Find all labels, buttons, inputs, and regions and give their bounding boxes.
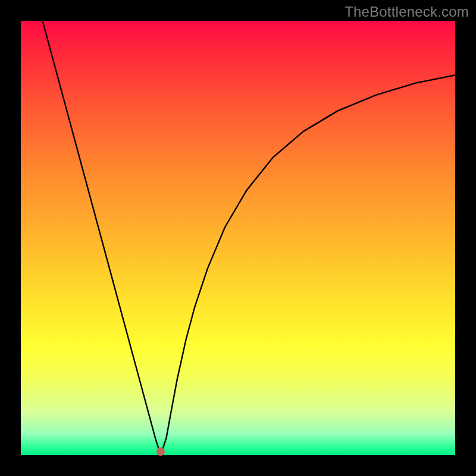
plot-area: [21, 21, 455, 455]
curve-svg: [21, 21, 455, 455]
minimum-marker: [156, 447, 165, 456]
watermark-text: TheBottleneck.com: [345, 4, 469, 20]
chart-frame: TheBottleneck.com: [0, 0, 476, 476]
bottleneck-curve: [43, 21, 456, 455]
